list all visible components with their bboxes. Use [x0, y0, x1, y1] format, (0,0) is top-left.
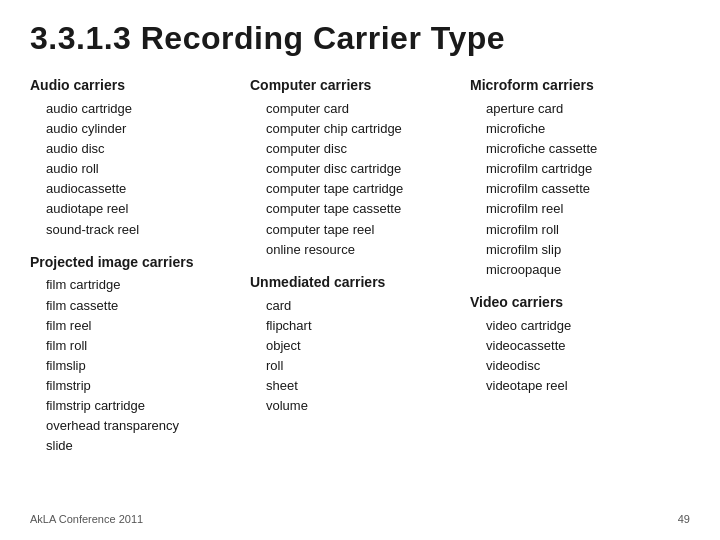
conference-label: AkLA Conference 2011	[30, 513, 143, 525]
list-item: computer chip cartridge	[250, 119, 470, 139]
list-item: microfilm cassette	[470, 179, 690, 199]
video-items: video cartridge videocassette videodisc …	[470, 316, 690, 397]
computer-header: Computer carriers	[250, 75, 470, 97]
list-item: computer card	[250, 99, 470, 119]
list-item: film cassette	[30, 296, 250, 316]
list-item: object	[250, 336, 470, 356]
list-item: computer disc	[250, 139, 470, 159]
list-item: audio cartridge	[30, 99, 250, 119]
footer: AkLA Conference 2011 49	[30, 513, 690, 525]
content-area: Audio carriers audio cartridge audio cyl…	[30, 75, 690, 507]
list-item: microfiche cassette	[470, 139, 690, 159]
list-item: volume	[250, 396, 470, 416]
audio-header: Audio carriers	[30, 75, 250, 97]
list-item: filmstrip	[30, 376, 250, 396]
list-item: microfilm cartridge	[470, 159, 690, 179]
list-item: microfilm slip	[470, 240, 690, 260]
list-item: computer tape cassette	[250, 199, 470, 219]
list-item: microfilm reel	[470, 199, 690, 219]
microform-items: aperture card microfiche microfiche cass…	[470, 99, 690, 280]
list-item: microopaque	[470, 260, 690, 280]
list-item: filmstrip cartridge	[30, 396, 250, 416]
list-item: computer tape reel	[250, 220, 470, 240]
list-item: microfilm roll	[470, 220, 690, 240]
list-item: roll	[250, 356, 470, 376]
list-item: microfiche	[470, 119, 690, 139]
list-item: aperture card	[470, 99, 690, 119]
slide-title: 3.3.1.3 Recording Carrier Type	[30, 20, 690, 57]
computer-items: computer card computer chip cartridge co…	[250, 99, 470, 260]
column-microform: Microform carriers aperture card microfi…	[470, 75, 690, 507]
microform-header: Microform carriers	[470, 75, 690, 97]
list-item: sheet	[250, 376, 470, 396]
list-item: audio cylinder	[30, 119, 250, 139]
list-item: overhead transparency	[30, 416, 250, 436]
list-item: filmslip	[30, 356, 250, 376]
list-item: computer tape cartridge	[250, 179, 470, 199]
list-item: audio disc	[30, 139, 250, 159]
projected-items: film cartridge film cassette film reel f…	[30, 275, 250, 456]
list-item: sound-track reel	[30, 220, 250, 240]
list-item: film roll	[30, 336, 250, 356]
list-item: videodisc	[470, 356, 690, 376]
projected-header: Projected image carriers	[30, 252, 250, 274]
list-item: film reel	[30, 316, 250, 336]
column-computer: Computer carriers computer card computer…	[250, 75, 470, 507]
list-item: videotape reel	[470, 376, 690, 396]
list-item: video cartridge	[470, 316, 690, 336]
list-item: online resource	[250, 240, 470, 260]
list-item: audiotape reel	[30, 199, 250, 219]
list-item: card	[250, 296, 470, 316]
list-item: film cartridge	[30, 275, 250, 295]
column-audio: Audio carriers audio cartridge audio cyl…	[30, 75, 250, 507]
video-header: Video carriers	[470, 292, 690, 314]
unmediated-items: card flipchart object roll sheet volume	[250, 296, 470, 417]
unmediated-header: Unmediated carriers	[250, 272, 470, 294]
list-item: audiocassette	[30, 179, 250, 199]
list-item: audio roll	[30, 159, 250, 179]
list-item: computer disc cartridge	[250, 159, 470, 179]
list-item: flipchart	[250, 316, 470, 336]
page-number: 49	[678, 513, 690, 525]
list-item: videocassette	[470, 336, 690, 356]
slide: 3.3.1.3 Recording Carrier Type Audio car…	[0, 0, 720, 540]
audio-items: audio cartridge audio cylinder audio dis…	[30, 99, 250, 240]
list-item: slide	[30, 436, 250, 456]
